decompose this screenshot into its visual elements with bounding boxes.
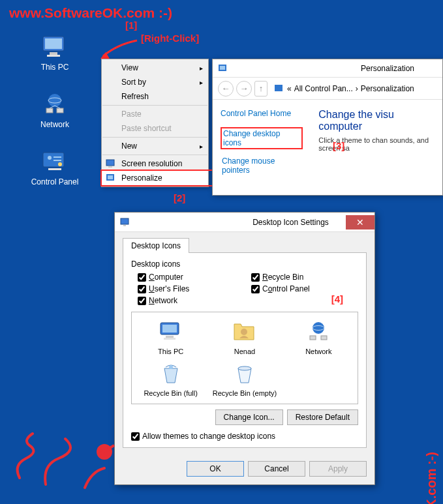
personalize-icon xyxy=(274,83,284,94)
recycle-bin-full-icon xyxy=(158,361,184,387)
cancel-button[interactable]: Cancel xyxy=(248,461,305,477)
nav-up-button[interactable]: ↑ xyxy=(254,81,267,96)
close-icon: ✕ xyxy=(346,217,374,228)
svg-rect-1 xyxy=(45,38,62,49)
svg-rect-32 xyxy=(310,336,316,340)
svg-point-14 xyxy=(58,162,62,166)
preview-label: This PC xyxy=(136,348,206,355)
computer-icon xyxy=(158,319,184,345)
desktop-icon-label: This PC xyxy=(29,63,81,72)
network-icon xyxy=(39,91,70,117)
checkbox-control-panel[interactable]: Control Panel xyxy=(251,284,358,293)
svg-point-4 xyxy=(48,94,61,107)
close-button[interactable]: ✕ xyxy=(346,215,374,230)
group-label: Desktop icons xyxy=(131,259,358,269)
svg-rect-6 xyxy=(46,108,53,113)
tab-desktop-icons[interactable]: Desktop Icons xyxy=(123,238,189,253)
svg-point-35 xyxy=(238,366,251,370)
preview-recycle-full[interactable]: Recycle Bin (full) xyxy=(136,361,206,397)
menu-paste: Paste xyxy=(102,107,208,121)
checkbox-allow-themes[interactable]: Allow themes to change desktop icons xyxy=(131,432,358,441)
annotation-3: [3] xyxy=(333,140,344,151)
svg-rect-28 xyxy=(164,338,176,340)
desktop-icon-this-pc[interactable]: This PC xyxy=(29,34,81,72)
checkbox-users-files[interactable]: User's Files xyxy=(138,284,245,293)
menu-refresh[interactable]: Refresh xyxy=(102,89,208,104)
breadcrumb[interactable]: « All Control Pan... › Personalization xyxy=(274,83,414,94)
menu-personalize[interactable]: Personalize xyxy=(102,171,208,185)
watermark-top: www.SoftwareOK.com :-) xyxy=(9,5,172,21)
change-desktop-icons-link[interactable]: Change desktop icons xyxy=(221,127,303,149)
svg-rect-12 xyxy=(53,156,61,158)
scribble-decoration xyxy=(7,419,117,497)
tab-pane: Desktop icons Computer Recycle Bin User'… xyxy=(123,252,367,448)
icon-preview-grid: This PC Nenad Network Recycle Bin (full)… xyxy=(131,312,358,404)
computer-icon xyxy=(39,34,70,60)
svg-point-29 xyxy=(241,329,247,335)
desktop-icon-network[interactable]: Network xyxy=(29,91,81,129)
preview-label: Network xyxy=(284,348,354,355)
svg-rect-2 xyxy=(50,52,57,55)
annotation-2: [2] xyxy=(174,192,185,203)
breadcrumb-sep: › xyxy=(356,84,358,93)
menu-separator xyxy=(102,105,207,106)
chevron-right-icon: ▸ xyxy=(200,65,203,72)
checkbox-network[interactable]: Network xyxy=(138,296,245,305)
svg-point-36 xyxy=(97,444,112,460)
recycle-bin-empty-icon xyxy=(232,361,258,387)
annotation-4: [4] xyxy=(331,293,343,304)
window-titlebar: Personalization xyxy=(213,59,442,78)
desktop-icon-label: Control Panel xyxy=(29,177,81,186)
svg-point-11 xyxy=(48,156,52,160)
menu-screen-resolution[interactable]: Screen resolution xyxy=(102,156,208,171)
control-panel-home-link[interactable]: Control Panel Home xyxy=(221,109,303,118)
preview-this-pc[interactable]: This PC xyxy=(136,319,206,355)
control-panel-icon xyxy=(39,149,70,175)
nav-forward-button[interactable]: → xyxy=(236,81,252,96)
svg-rect-7 xyxy=(57,108,63,113)
breadcrumb-sep: « xyxy=(287,84,292,93)
checkbox-recycle-bin[interactable]: Recycle Bin xyxy=(251,273,358,282)
svg-rect-15 xyxy=(48,168,61,170)
watermark-side: www.SoftwareOK.com :-) xyxy=(424,452,439,504)
preview-network[interactable]: Network xyxy=(284,319,354,355)
menu-paste-shortcut: Paste shortcut xyxy=(102,121,208,136)
network-icon xyxy=(305,319,331,345)
desktop-icon-control-panel[interactable]: Control Panel xyxy=(29,149,81,186)
checkbox-computer[interactable]: Computer xyxy=(138,273,245,282)
annotation-1: [1] xyxy=(125,20,137,31)
svg-rect-3 xyxy=(47,55,60,57)
menu-new[interactable]: New▸ xyxy=(102,139,208,153)
menu-separator xyxy=(102,137,207,138)
annotation-rightclick: [Right-Click] xyxy=(141,33,199,44)
svg-rect-21 xyxy=(220,66,225,70)
personalize-icon xyxy=(218,63,328,74)
preview-label: Recycle Bin (empty) xyxy=(209,389,279,397)
preview-user[interactable]: Nenad xyxy=(209,319,279,355)
menu-view[interactable]: View▸ xyxy=(102,61,208,75)
pers-heading: Change the visu computer xyxy=(318,109,435,132)
preview-label: Recycle Bin (full) xyxy=(136,389,206,397)
ok-button[interactable]: OK xyxy=(187,461,244,477)
nav-back-button[interactable]: ← xyxy=(218,81,234,96)
restore-default-button[interactable]: Restore Default xyxy=(287,409,358,425)
svg-rect-33 xyxy=(321,336,327,340)
monitor-icon xyxy=(120,217,230,228)
window-title: Personalization xyxy=(333,64,442,73)
change-icon-button[interactable]: Change Icon... xyxy=(215,409,283,425)
svg-rect-23 xyxy=(121,218,129,224)
change-mouse-pointers-link[interactable]: Change mouse pointers xyxy=(221,156,303,175)
svg-rect-27 xyxy=(166,336,174,338)
desktop-icon-settings-dialog: Desktop Icon Settings ✕ Desktop Icons De… xyxy=(114,212,375,485)
window-nav: ← → ↑ « All Control Pan... › Personaliza… xyxy=(213,78,442,100)
svg-rect-26 xyxy=(162,325,177,333)
preview-recycle-empty[interactable]: Recycle Bin (empty) xyxy=(209,361,279,397)
dialog-title: Desktop Icon Settings xyxy=(236,218,346,227)
svg-point-34 xyxy=(169,365,173,369)
svg-rect-17 xyxy=(108,166,112,168)
menu-sort-by[interactable]: Sort by▸ xyxy=(102,75,208,89)
preview-label: Nenad xyxy=(209,348,279,355)
dialog-titlebar: Desktop Icon Settings ✕ xyxy=(115,213,374,232)
svg-point-30 xyxy=(313,322,324,334)
desktop-icon-label: Network xyxy=(29,120,81,129)
